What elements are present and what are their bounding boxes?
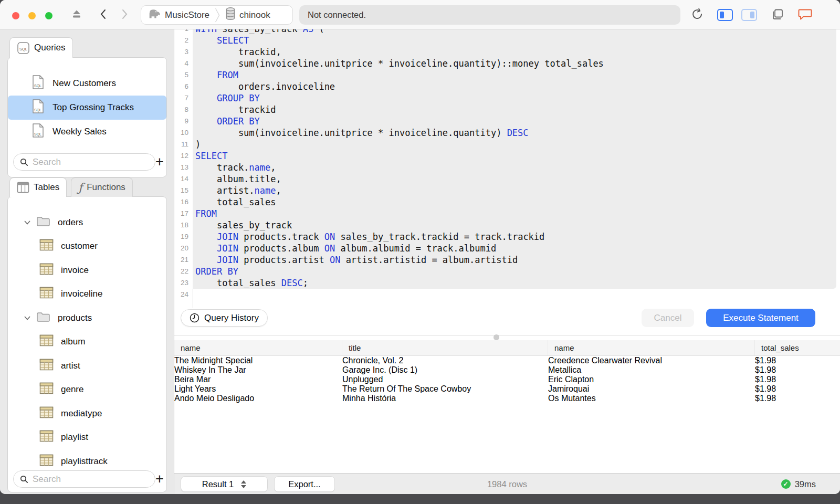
table-cell[interactable]: Minha História bbox=[342, 394, 548, 403]
cancel-button: Cancel bbox=[642, 309, 694, 327]
table-row[interactable]: Beira MarUnpluggedEric Clapton$1.98 bbox=[174, 375, 840, 384]
execute-label: Execute Statement bbox=[723, 313, 799, 323]
table-cell[interactable]: Chronicle, Vol. 2 bbox=[342, 356, 548, 365]
forward-icon[interactable] bbox=[119, 8, 130, 20]
database-icon bbox=[225, 7, 236, 23]
table-cell[interactable]: Beira Mar bbox=[174, 375, 342, 384]
tree-table[interactable]: invoiceline bbox=[8, 282, 166, 307]
sidebar-right-toggle[interactable] bbox=[741, 9, 757, 21]
line-number: 13 bbox=[174, 162, 193, 173]
tab-functions-label: Functions bbox=[87, 182, 125, 193]
windows-icon[interactable] bbox=[771, 7, 785, 22]
table-cell[interactable]: Eric Clapton bbox=[548, 375, 755, 384]
tree-table[interactable]: artist bbox=[8, 354, 166, 378]
eject-icon[interactable] bbox=[70, 7, 83, 20]
breadcrumb-database[interactable]: chinook bbox=[220, 6, 276, 24]
table-cell[interactable]: Light Years bbox=[174, 384, 342, 394]
tree-table[interactable]: mediatype bbox=[8, 402, 166, 426]
tables-search[interactable] bbox=[13, 470, 155, 488]
table-row[interactable]: The Midnight SpecialChronicle, Vol. 2Cre… bbox=[174, 356, 840, 365]
minimize-window-button[interactable] bbox=[28, 12, 36, 19]
table-icon bbox=[39, 382, 54, 397]
query-item[interactable]: SQLNew Customers bbox=[8, 71, 166, 96]
tree-table[interactable]: invoice bbox=[8, 258, 166, 282]
tree-folder[interactable]: products bbox=[8, 306, 166, 330]
tree-item-label: orders bbox=[58, 217, 83, 228]
refresh-icon[interactable] bbox=[690, 7, 704, 21]
table-cell[interactable]: Ando Meio Desligado bbox=[174, 394, 342, 403]
queries-search-input[interactable] bbox=[33, 157, 149, 167]
tree-table[interactable]: album bbox=[8, 330, 166, 354]
feedback-bubble-icon[interactable] bbox=[797, 7, 813, 22]
tree-item-label: invoice bbox=[61, 265, 89, 276]
column-header[interactable]: total_sales bbox=[755, 340, 840, 355]
app-window: MusicStore chinook Not connected. bbox=[0, 0, 840, 494]
table-icon bbox=[39, 406, 54, 421]
code-line: 1WITH sales_by_track AS ( bbox=[174, 29, 840, 35]
table-cell[interactable]: Garage Inc. (Disc 1) bbox=[342, 365, 548, 375]
bottom-bar: Result 1 Export... 1984 rows ✓ 39ms bbox=[174, 473, 840, 494]
sql-file-icon: SQL bbox=[32, 75, 44, 92]
table-cell[interactable]: $1.98 bbox=[755, 365, 840, 375]
column-header[interactable]: title bbox=[342, 340, 548, 355]
queries-search[interactable] bbox=[13, 153, 155, 171]
tree-table[interactable]: playlist bbox=[8, 426, 166, 450]
table-cell[interactable]: Os Mutantes bbox=[548, 394, 755, 403]
tree-table[interactable]: customer bbox=[8, 235, 166, 259]
query-item[interactable]: SQLTop Grossing Tracks bbox=[8, 96, 166, 120]
pane-splitter[interactable] bbox=[174, 335, 840, 340]
table-cell[interactable]: Metallica bbox=[548, 365, 755, 375]
query-item[interactable]: SQLWeekly Sales bbox=[8, 120, 166, 144]
code-line: 18 sales_by_track bbox=[174, 219, 840, 231]
close-window-button[interactable] bbox=[12, 12, 19, 19]
chevron-down-icon[interactable] bbox=[22, 219, 33, 226]
tab-functions[interactable]: ƒ Functions bbox=[71, 177, 133, 197]
line-number: 20 bbox=[174, 243, 193, 254]
add-query-button[interactable]: + bbox=[155, 153, 164, 171]
sql-editor[interactable]: 1WITH sales_by_track AS (2 SELECT3 track… bbox=[174, 29, 840, 308]
column-header[interactable]: name bbox=[548, 340, 755, 355]
search-icon bbox=[20, 158, 28, 166]
editor-footer: Query History Cancel Execute Statement bbox=[174, 308, 840, 335]
table-cell[interactable]: Jamiroquai bbox=[548, 384, 755, 394]
duration-label: 39ms bbox=[795, 479, 816, 489]
query-history-label: Query History bbox=[204, 313, 259, 323]
table-cell[interactable]: Creedence Clearwater Revival bbox=[548, 356, 755, 365]
breadcrumb-database-label: chinook bbox=[239, 10, 270, 20]
table-cell[interactable]: $1.98 bbox=[755, 384, 840, 394]
table-cell[interactable]: The Return Of The Space Cowboy bbox=[342, 384, 548, 394]
tables-panel: orderscustomerinvoiceinvoicelineproducts… bbox=[7, 196, 167, 492]
table-cell[interactable]: $1.98 bbox=[755, 356, 840, 365]
code-line: 20 JOIN products.album ON album.albumid … bbox=[174, 243, 840, 254]
tree-table[interactable]: genre bbox=[8, 378, 166, 402]
results-table: nametitlenametotal_sales The Midnight Sp… bbox=[174, 340, 840, 473]
chevron-down-icon[interactable] bbox=[22, 314, 33, 322]
table-cell[interactable]: Whiskey In The Jar bbox=[174, 365, 342, 375]
column-header[interactable]: name bbox=[174, 340, 342, 355]
line-number: 17 bbox=[174, 208, 193, 219]
execute-statement-button[interactable]: Execute Statement bbox=[706, 309, 815, 327]
tree-item-label: products bbox=[58, 313, 92, 323]
table-cell[interactable]: The Midnight Special bbox=[174, 356, 342, 365]
table-row[interactable]: Whiskey In The JarGarage Inc. (Disc 1)Me… bbox=[174, 365, 840, 375]
query-item-label: New Customers bbox=[52, 78, 116, 89]
folder-icon bbox=[36, 216, 50, 229]
line-number: 24 bbox=[174, 289, 193, 300]
tab-queries[interactable]: SQL Queries bbox=[9, 37, 73, 58]
line-number: 11 bbox=[174, 139, 193, 150]
table-row[interactable]: Light YearsThe Return Of The Space Cowbo… bbox=[174, 384, 840, 394]
tab-tables[interactable]: Tables bbox=[9, 177, 67, 197]
breadcrumb-server[interactable]: MusicStore bbox=[141, 6, 215, 24]
tables-search-input[interactable] bbox=[33, 474, 149, 485]
sidebar-left-toggle[interactable] bbox=[717, 9, 733, 21]
table-cell[interactable]: $1.98 bbox=[755, 394, 840, 403]
back-icon[interactable] bbox=[98, 8, 109, 20]
splitter-handle[interactable] bbox=[494, 334, 499, 340]
zoom-window-button[interactable] bbox=[45, 12, 52, 19]
query-history-button[interactable]: Query History bbox=[181, 309, 268, 327]
tree-folder[interactable]: orders bbox=[8, 211, 166, 235]
add-table-button[interactable]: + bbox=[155, 470, 164, 488]
table-cell[interactable]: $1.98 bbox=[755, 375, 840, 384]
table-row[interactable]: Ando Meio DesligadoMinha HistóriaOs Muta… bbox=[174, 394, 840, 403]
table-cell[interactable]: Unplugged bbox=[342, 375, 548, 384]
